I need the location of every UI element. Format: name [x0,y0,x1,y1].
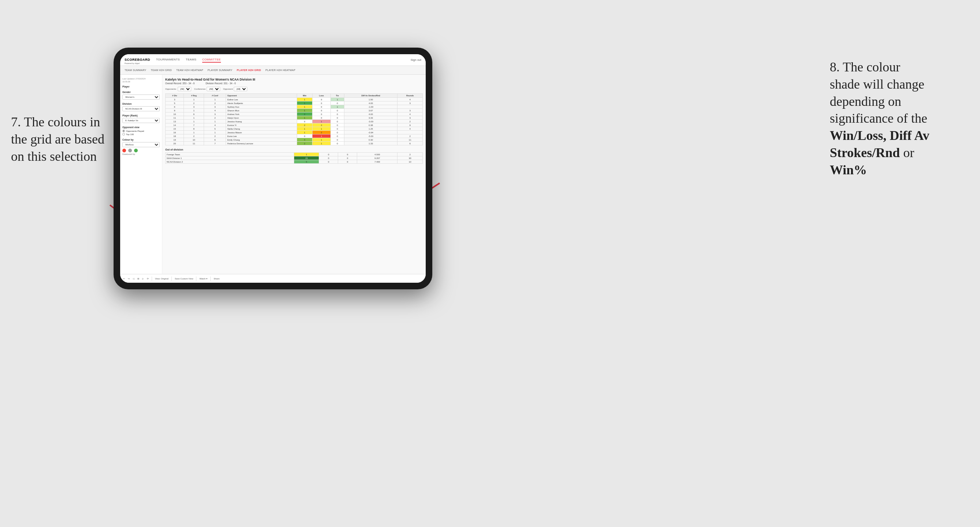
sidebar-player-rank-label: Player (Rank) [123,114,160,117]
toolbar-save-custom[interactable]: Save Custom View [175,278,193,280]
nav-committee[interactable]: COMMITTEE [202,57,221,63]
colour-by-select[interactable]: Win/loss [123,142,160,147]
cell-div: 3 [165,98,184,102]
toolbar-copy[interactable]: ⊞ [137,277,139,280]
cell-div: 14 [165,124,184,127]
subnav-team-h2h-heatmap[interactable]: TEAM H2H HEATMAP [176,69,203,71]
toolbar-forward[interactable]: ▷ [142,277,144,280]
grid-title: Katelyn Vo Head-to-Head Grid for Women's… [165,78,423,81]
cell-rounds: 2 [398,120,423,124]
cell-reg: 2 [184,102,204,105]
cell-rounds: 11 [398,138,423,142]
col-div: # Div [165,94,184,98]
cell-conf: 6 [204,138,226,142]
cell-loss: 0 [312,116,331,120]
filter-opponent-select[interactable]: (All) [234,87,247,91]
out-cell-loss: 0 [319,153,338,156]
table-header-row: # Div # Reg # Conf Opponent Win Loss Tie… [165,94,423,98]
cell-reg: 1 [184,120,204,124]
nav-teams[interactable]: TEAMS [186,57,196,63]
cell-diff: -5.00 [344,134,397,138]
sidebar-division-select[interactable]: NCAA Division III [123,106,160,111]
cell-conf: 2 [204,116,226,120]
sidebar-player-rank-select[interactable]: 8. Katelyn Vo [123,118,160,123]
out-cell-diff: 7.400 [357,160,398,164]
radio-top100[interactable]: Top 100 [123,133,160,135]
subnav-team-h2h-grid[interactable]: TEAM H2H GRID [151,69,172,71]
out-cell-rounds: 2 [398,153,423,156]
cell-tie: 0 [331,116,344,120]
colour-dots [123,149,160,152]
cell-reg: 2 [184,134,204,138]
colour-by-label: Colour by [123,138,160,141]
cell-loss: 0 [312,102,331,105]
cell-conf: 1 [204,120,226,124]
cell-diff: 1.33 [344,142,397,145]
cell-rounds [398,105,423,109]
cell-div: 10 [165,113,184,116]
left-annotation: 7. The colours in the grid are based on … [11,114,106,165]
table-row: 5 2 2 Alexis Sudijanto 1 0 0 4.00 3 [165,102,423,105]
cell-loss: 0 [312,109,331,113]
cell-win: 0 [297,120,312,124]
cell-win: 1 [297,102,312,105]
subnav-player-summary[interactable]: PLAYER SUMMARY [208,69,232,71]
cell-diff: 3.33 [344,116,397,120]
cell-conf: 7 [204,142,226,145]
right-content: Katelyn Vo Head-to-Head Grid for Women's… [162,75,426,274]
sidebar-division-section: Division NCAA Division III [123,103,160,111]
filter-conference-select[interactable]: (All) [207,87,220,91]
cell-reg: 1 [184,116,204,120]
cell-div: 6 [165,105,184,109]
cell-conf: 1 [204,131,226,134]
colour-label-level: Level [127,153,131,155]
toolbar-watch[interactable]: Watch ▾ [199,277,207,280]
records-row: Overall Record: 353 - 34 - 6 Division Re… [165,82,423,84]
cell-loss: 1 [312,120,331,124]
sidebar-gender-select[interactable]: Women's [123,94,160,100]
radio-opponents-played[interactable]: Opponents Played [123,130,160,132]
nav-tournaments[interactable]: TOURNAMENTS [156,57,180,63]
col-rounds: Rounds [398,94,423,98]
filter-opponent: Opponent (All) [223,87,247,91]
cell-tie: 0 [331,138,344,142]
out-cell-tie: 0 [338,160,357,164]
filter-opponents-select[interactable]: (All) [178,87,191,91]
toolbar-sep4 [210,276,211,281]
subnav-player-h2h-heatmap[interactable]: PLAYER H2H HEATMAP [265,69,295,71]
cell-opponent: Stella Cheng [226,127,297,131]
cell-opponent: Emily Chang [226,138,297,142]
nav-sign-out[interactable]: Sign out [411,58,421,62]
subnav-player-h2h-grid[interactable]: PLAYER H2H GRID [237,69,261,71]
cell-rounds: 2 [398,134,423,138]
toolbar-redo[interactable]: ↪ [128,277,130,280]
toolbar-sep1 [152,276,152,281]
table-row: 16 1 1 Jessica Mason 1 2 0 -0.94 [165,131,423,134]
toolbar-back[interactable]: ◁ [133,277,134,280]
cell-reg: 1 [184,109,204,113]
cell-win: 2 [297,124,312,127]
out-cell-team: Foreign Team [165,153,294,156]
left-sidebar: Last Updated: 27/03/2024 16:55:38 Player… [120,75,162,274]
sidebar-gender-label: Gender [123,91,160,94]
cell-diff: 0.30 [344,138,397,142]
toolbar-undo[interactable]: ↩ [123,277,125,280]
colour-dot-up [134,149,138,152]
subnav-team-summary[interactable]: TEAM SUMMARY [124,69,146,71]
cell-loss: 1 [312,127,331,131]
toolbar-share[interactable]: Share [213,278,220,280]
sidebar-player-label: Player [123,85,160,88]
out-of-division: Out of division Foreign Team 1 0 0 4.500… [165,148,423,164]
cell-loss: 1 [312,142,331,145]
cell-reg: 8 [184,127,204,131]
out-cell-rounds: 30 [398,156,423,160]
out-cell-team: NCAA Division 2 [165,160,294,164]
cell-loss: 0 [312,105,331,109]
toolbar-view-original[interactable]: View: Original [155,278,169,280]
colour-dot-down [123,149,126,152]
cell-diff: -1.00 [344,105,397,109]
cell-rounds: 4 [398,113,423,116]
cell-tie: 0 [331,102,344,105]
cell-rounds: 4 [398,127,423,131]
toolbar-refresh[interactable]: ⟳ [147,277,149,280]
